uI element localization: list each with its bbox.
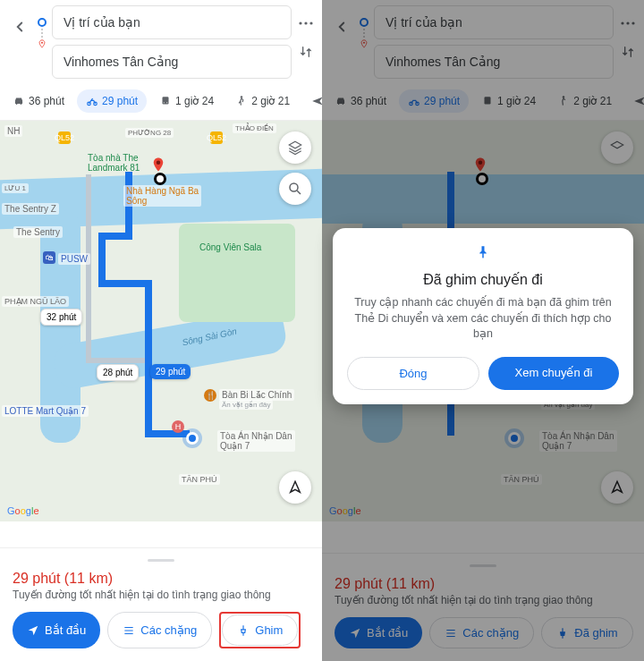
more-options-button[interactable] [297,14,315,32]
more-options-button[interactable] [619,14,637,32]
road-shield-icon: QL52 [58,131,71,144]
mode-motorbike[interactable]: 29 phút [399,89,469,113]
google-watermark: Google [7,505,39,516]
search-icon [287,181,303,197]
car-icon [13,95,25,107]
route-time-alt-badge[interactable]: 28 phút [97,364,139,381]
mode-plane[interactable]: — [302,89,322,113]
transit-icon [159,95,172,107]
layers-button[interactable] [601,131,633,164]
steps-button[interactable]: Các chặng [107,612,212,648]
poi-label: Công Viên Sala [197,242,264,253]
route-end-circle-icon [154,173,166,185]
sheet-distance: (11 km) [64,571,113,586]
mode-transit-label: 1 giờ 24 [175,95,214,107]
pinned-trip-dialog: Đã ghim chuyến đi Truy cập nhanh các chu… [333,228,633,404]
origin-input[interactable]: Vị trí của bạn [52,5,292,39]
navigation-arrow-icon [287,479,303,496]
poi-label: Tòa Án Nhận Dân Quận 7 [217,430,295,452]
svg-point-14 [626,21,629,24]
origin-input[interactable]: Vị trí của bạn [374,5,614,39]
destination-pin-icon [38,39,47,48]
recenter-button[interactable] [601,471,633,504]
walk-icon [235,95,248,107]
pin-button-label: Ghim [255,623,283,637]
plane-icon [311,95,322,107]
chevron-left-icon [12,19,28,35]
start-button[interactable]: Bắt đầu [13,612,100,648]
poi-label: Nhà Hàng Ngã Ba Sông [123,185,201,207]
mode-car[interactable]: 36 phút [4,89,73,113]
svg-point-2 [304,21,307,24]
food-icon: 🍴 [204,389,216,402]
pin-filled-icon [347,244,619,264]
directions-header: Vị trí của bạn Vinhomes Tân Cảng [0,0,322,82]
mode-walk[interactable]: 2 giờ 21 [226,89,299,113]
pinned-button[interactable]: Đã ghim [541,617,632,648]
search-area-button[interactable] [279,173,311,205]
mode-walk-label: 2 giờ 21 [251,95,290,107]
back-button[interactable] [7,14,32,39]
poi-label: LOTTE Mart Quận 7 [2,405,89,417]
mode-transit[interactable]: 1 giờ 24 [150,89,223,113]
dialog-body: Truy cập nhanh các chuyến đi mà bạn đã g… [347,295,619,343]
steps-button[interactable]: Các chặng [429,617,534,648]
svg-point-20 [479,161,483,165]
svg-point-7 [164,102,165,103]
map-label: NH [4,125,22,137]
dialog-view-button[interactable]: Xem chuyến đi [488,357,619,390]
navigation-icon [27,624,39,637]
poi-label: The Sentry [13,226,63,238]
map[interactable]: NH QL52 QL52 PHƯỜNG 28 THẢO ĐIỀN LƯU 1 T… [0,121,322,521]
area-label: TÂN PHÚ [179,474,220,485]
svg-point-19 [563,96,564,97]
mode-plane[interactable]: — [624,89,644,113]
destination-input[interactable]: Vinhomes Tân Cảng [374,45,614,79]
poi-label: The Sentry Z [2,203,59,215]
hospital-icon: H [172,420,184,433]
swap-icon [299,45,313,59]
dialog-title: Đã ghim chuyến đi [347,271,619,288]
mode-transit[interactable]: 1 giờ 24 [472,89,545,113]
recenter-button[interactable] [279,471,311,504]
svg-point-9 [241,96,242,97]
route-sheet[interactable]: 29 phút (11 km) Tuyến đường tốt nhất hiệ… [0,547,322,661]
shopping-icon: 🛍 [43,251,55,264]
route-time-main-badge[interactable]: 29 phút [150,364,191,379]
road-shield-icon: QL52 [210,131,223,144]
map-label: THẢO ĐIỀN [233,123,276,133]
svg-rect-6 [163,97,169,104]
pin-icon [237,624,250,637]
mode-walk[interactable]: 2 giờ 21 [548,89,621,113]
svg-point-1 [299,21,301,24]
destination-input[interactable]: Vinhomes Tân Cảng [52,45,292,79]
layers-button[interactable] [279,131,311,164]
start-button[interactable]: Bắt đầu [335,617,422,648]
swap-button[interactable] [297,43,315,61]
svg-point-8 [166,102,167,103]
dialog-close-button[interactable]: Đóng [347,357,479,390]
swap-button[interactable] [619,43,637,61]
poi-sublabel: Ăn vặt gần đây [219,400,273,410]
tutorial-highlight: Ghim [219,612,301,648]
mode-car-label: 36 phút [29,95,64,107]
travel-mode-row: 36 phút 29 phút 1 giờ 24 2 giờ 21 — [0,82,322,121]
mode-car[interactable]: 36 phút [326,89,395,113]
mode-motorbike-label: 29 phút [102,95,138,107]
route-time-alt-badge[interactable]: 32 phút [40,309,82,326]
map-label: PHƯỜNG 28 [125,128,174,138]
mode-motorbike[interactable]: 29 phút [77,89,147,113]
right-screen: Vị trí của bạn Vinhomes Tân Cảng 36 phút… [322,0,644,661]
svg-rect-18 [485,97,491,104]
sheet-handle[interactable] [148,559,174,562]
layers-icon [287,140,303,156]
street-label: PHẠM NGŨ LÃO [2,296,69,307]
poi-label: PUSW [58,253,90,265]
more-horizontal-icon [299,21,313,25]
origin-dot-icon [38,18,47,27]
steps-button-label: Các chặng [140,623,197,637]
svg-point-10 [157,161,161,165]
svg-point-0 [41,42,43,44]
pin-button[interactable]: Ghim [222,614,298,646]
back-button[interactable] [329,14,354,39]
